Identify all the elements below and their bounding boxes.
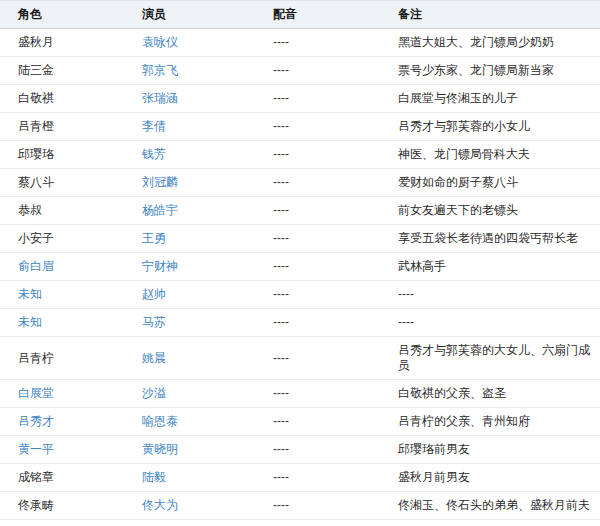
role-cell: 盛秋月 — [0, 29, 124, 57]
role-link[interactable]: 黄一平 — [18, 442, 54, 456]
note-text: ---- — [398, 287, 414, 301]
column-header-note: 备注 — [380, 1, 600, 29]
table-row: 白展堂 沙溢 ---- 白敬祺的父亲、盗圣 — [0, 380, 600, 408]
actor-cell: 佟大为 — [124, 492, 255, 520]
dub-placeholder: ---- — [273, 91, 289, 105]
table-row: 黄一平 黄晓明 ---- 邱璎珞前男友 — [0, 436, 600, 464]
table-row: 佟承畴 佟大为 ---- 佟湘玉、佟石头的弟弟、盛秋月前夫 — [0, 492, 600, 520]
role-link[interactable]: 未知 — [18, 315, 42, 329]
actor-link[interactable]: 赵帅 — [142, 287, 166, 301]
role-cell: 未知 — [0, 281, 124, 309]
role-link[interactable]: 未知 — [18, 287, 42, 301]
role-text: 吕青柠 — [18, 351, 54, 365]
role-text: 邱璎珞 — [18, 147, 54, 161]
dub-cell: ---- — [255, 464, 380, 492]
actor-cell: 马苏 — [124, 309, 255, 337]
role-text: 成铭章 — [18, 470, 54, 484]
note-text: 白展堂与佟湘玉的儿子 — [398, 91, 518, 105]
dub-placeholder: ---- — [273, 498, 289, 512]
role-cell: 吕秀才 — [0, 408, 124, 436]
actor-link[interactable]: 钱芳 — [142, 147, 166, 161]
role-link[interactable]: 白展堂 — [18, 386, 54, 400]
dub-cell: ---- — [255, 225, 380, 253]
dub-placeholder: ---- — [273, 147, 289, 161]
dub-placeholder: ---- — [273, 315, 289, 329]
table-row: 邱璎珞 钱芳 ---- 神医、龙门镖局骨科大夫 — [0, 141, 600, 169]
actor-link[interactable]: 张瑞涵 — [142, 91, 178, 105]
actor-link[interactable]: 沙溢 — [142, 386, 166, 400]
actor-cell: 钱芳 — [124, 141, 255, 169]
actor-link[interactable]: 王勇 — [142, 231, 166, 245]
actor-link[interactable]: 袁咏仪 — [142, 35, 178, 49]
note-cell: 盛秋月前男友 — [380, 464, 600, 492]
table-row: 陆三金 郭京飞 ---- 票号少东家、龙门镖局新当家 — [0, 57, 600, 85]
dub-cell: ---- — [255, 492, 380, 520]
actor-cell: 黄晓明 — [124, 436, 255, 464]
actor-cell: 王勇 — [124, 225, 255, 253]
dub-cell: ---- — [255, 197, 380, 225]
role-cell: 俞白眉 — [0, 253, 124, 281]
role-text: 佟承畴 — [18, 498, 54, 512]
cast-table: 角色 演员 配音 备注 盛秋月 袁咏仪 ---- 黑道大姐大、龙门镖局少奶奶 陆… — [0, 0, 600, 526]
table-row: 吕青柠 姚晨 ---- 吕秀才与郭芙蓉的大女儿、六扇门成员 — [0, 337, 600, 380]
dub-cell: ---- — [255, 113, 380, 141]
role-text: 盛秋月 — [18, 35, 54, 49]
table-row: 盛秋月 袁咏仪 ---- 黑道大姐大、龙门镖局少奶奶 — [0, 29, 600, 57]
dub-placeholder: ---- — [273, 470, 289, 484]
role-cell: 恭叔 — [0, 197, 124, 225]
column-header-dub: 配音 — [255, 1, 380, 29]
note-cell: 白敬祺的父亲、盗圣 — [380, 380, 600, 408]
note-cell: 吕青柠的父亲、青州知府 — [380, 408, 600, 436]
role-link[interactable]: 俞白眉 — [18, 259, 54, 273]
role-cell: 未知 — [0, 520, 124, 526]
actor-cell: 喻恩泰 — [124, 408, 255, 436]
note-cell: 享受五袋长老待遇的四袋丐帮长老 — [380, 225, 600, 253]
role-link[interactable]: 吕秀才 — [18, 414, 54, 428]
actor-cell: 杨皓宇 — [124, 197, 255, 225]
actor-cell: 刘冠麟 — [124, 169, 255, 197]
dub-placeholder: ---- — [273, 119, 289, 133]
role-cell: 白展堂 — [0, 380, 124, 408]
actor-link[interactable]: 郭京飞 — [142, 63, 178, 77]
actor-link[interactable]: 陆毅 — [142, 470, 166, 484]
note-cell: 票号少东家、龙门镖局新当家 — [380, 57, 600, 85]
role-cell: 白敬祺 — [0, 85, 124, 113]
note-cell: “斜轿”教主 — [380, 520, 600, 526]
actor-cell: 宁财神 — [124, 253, 255, 281]
actor-link[interactable]: 姚晨 — [142, 351, 166, 365]
actor-link[interactable]: 杨皓宇 — [142, 203, 178, 217]
actor-cell: 沙溢 — [124, 380, 255, 408]
note-cell: 前女友遍天下的老镖头 — [380, 197, 600, 225]
actor-link[interactable]: 刘冠麟 — [142, 175, 178, 189]
table-row: 未知 杜淳 ---- “斜轿”教主 — [0, 520, 600, 526]
actor-cell: 郭京飞 — [124, 57, 255, 85]
note-cell: 白展堂与佟湘玉的儿子 — [380, 85, 600, 113]
actor-cell: 陆毅 — [124, 464, 255, 492]
role-cell: 蔡八斗 — [0, 169, 124, 197]
actor-link[interactable]: 佟大为 — [142, 498, 178, 512]
actor-link[interactable]: 黄晓明 — [142, 442, 178, 456]
actor-link[interactable]: 李倩 — [142, 119, 166, 133]
column-header-role: 角色 — [0, 1, 124, 29]
table-row: 未知 赵帅 ---- ---- — [0, 281, 600, 309]
dub-placeholder: ---- — [273, 63, 289, 77]
dub-cell: ---- — [255, 309, 380, 337]
note-text: 吕秀才与郭芙蓉的小女儿 — [398, 119, 530, 133]
actor-link[interactable]: 喻恩泰 — [142, 414, 178, 428]
cast-table-header: 角色 演员 配音 备注 — [0, 1, 600, 29]
note-cell: 吕秀才与郭芙蓉的小女儿 — [380, 113, 600, 141]
note-text: 神医、龙门镖局骨科大夫 — [398, 147, 530, 161]
actor-link[interactable]: 马苏 — [142, 315, 166, 329]
actor-link[interactable]: 宁财神 — [142, 259, 178, 273]
actor-cell: 李倩 — [124, 113, 255, 141]
dub-placeholder: ---- — [273, 175, 289, 189]
dub-cell: ---- — [255, 520, 380, 526]
dub-placeholder: ---- — [273, 203, 289, 217]
table-row: 吕秀才 喻恩泰 ---- 吕青柠的父亲、青州知府 — [0, 408, 600, 436]
note-text: 盛秋月前男友 — [398, 470, 470, 484]
actor-cell: 袁咏仪 — [124, 29, 255, 57]
dub-placeholder: ---- — [273, 414, 289, 428]
note-cell: 吕秀才与郭芙蓉的大女儿、六扇门成员 — [380, 337, 600, 380]
table-row: 吕青橙 李倩 ---- 吕秀才与郭芙蓉的小女儿 — [0, 113, 600, 141]
table-row: 蔡八斗 刘冠麟 ---- 爱财如命的厨子蔡八斗 — [0, 169, 600, 197]
